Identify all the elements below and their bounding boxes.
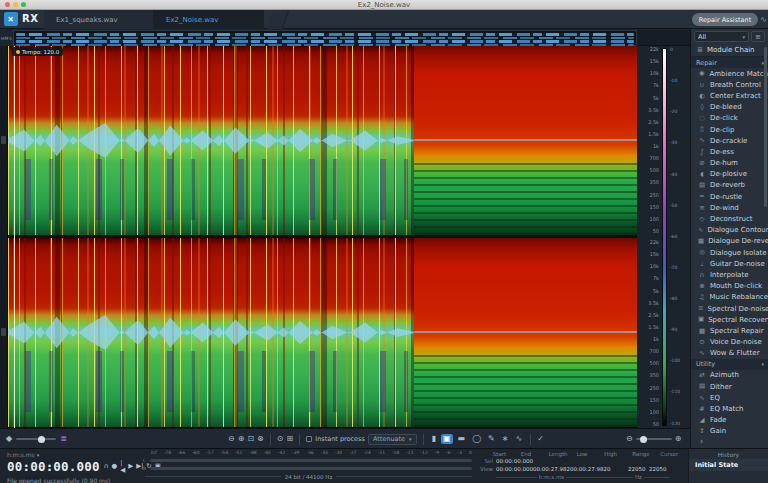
- instant-process-mode-select[interactable]: Attenuate ▾: [368, 434, 417, 445]
- view-start-field[interactable]: 00:00:00.000: [496, 466, 533, 473]
- module-item[interactable]: ⇄ Azimuth: [691, 370, 768, 381]
- time-select-tool-icon[interactable]: ▮: [430, 434, 438, 444]
- monitor-icon[interactable]: ∩: [104, 463, 109, 470]
- signal-chain-icon[interactable]: ∿: [760, 15, 767, 24]
- hzoom-in-icon[interactable]: ⊕: [675, 435, 682, 443]
- more-modules-arrow[interactable]: ›: [691, 437, 768, 447]
- repair-assistant-button[interactable]: Repair Assistant: [692, 13, 758, 26]
- section-utility[interactable]: Utility ▾: [691, 359, 768, 370]
- module-item[interactable]: ∿ De-crackle: [691, 135, 768, 146]
- zoom-out-icon[interactable]: ⊖: [228, 435, 235, 443]
- view-length-field[interactable]: 00:00:27.982: [570, 466, 607, 473]
- sel-end-field[interactable]: [533, 458, 570, 465]
- view-range-field[interactable]: 22050: [649, 466, 670, 473]
- module-item[interactable]: ∿ Wow & Flutter: [691, 348, 768, 359]
- view-end-field[interactable]: 00:00:27.982: [533, 466, 570, 473]
- freq-unit-label[interactable]: Hz: [635, 474, 642, 480]
- magnifier-tool-icon[interactable]: ⊙: [277, 435, 284, 443]
- module-item[interactable]: ▤ De-reverb: [691, 180, 768, 191]
- grab-tool-icon[interactable]: ⊞: [287, 435, 294, 443]
- channel-right-handle[interactable]: [1, 328, 6, 336]
- tab-ex1[interactable]: Ex1_squeaks.wav: [44, 10, 154, 29]
- marker-tool-icon[interactable]: ∿: [514, 434, 525, 444]
- module-item[interactable]: ≋ De-wind: [691, 202, 768, 213]
- lasso-tool-icon[interactable]: ◯: [470, 434, 483, 444]
- spectrogram-channel-left[interactable]: [8, 46, 637, 235]
- zoom-in-icon[interactable]: ⊕: [238, 435, 245, 443]
- go-to-start-icon[interactable]: |◀: [120, 460, 125, 473]
- sel-start-field[interactable]: 00:00:00.000: [496, 458, 533, 465]
- tempo-marker[interactable]: Tempo: 120.0: [12, 47, 63, 56]
- tab-overflow[interactable]: [267, 10, 289, 29]
- confirm-selection-icon[interactable]: ✓: [537, 435, 544, 443]
- section-repair[interactable]: Repair ▾: [691, 57, 768, 68]
- sidebar-scrollbar[interactable]: [764, 47, 767, 207]
- brush-tool-icon[interactable]: ✎: [486, 434, 497, 444]
- playhead-time-display[interactable]: 00:00:00.000: [7, 459, 100, 474]
- hzoom-slider-knob[interactable]: [640, 436, 647, 443]
- view-high-field[interactable]: 22050: [628, 466, 649, 473]
- tab-ex2-active[interactable]: Ex2_Noise.wav: [154, 10, 264, 29]
- meter-scale-label: -39: [292, 451, 299, 456]
- module-item[interactable]: ◐ Center Extract: [691, 90, 768, 101]
- channel-strip[interactable]: [0, 46, 8, 428]
- module-item[interactable]: ≈ De-rustle: [691, 191, 768, 202]
- record-icon[interactable]: ●: [111, 463, 117, 470]
- hzoom-out-icon[interactable]: ⊖: [626, 435, 633, 443]
- module-item[interactable]: ∫ De-ess: [691, 146, 768, 157]
- horizontal-zoom-slider[interactable]: [636, 438, 672, 440]
- sel-high-field[interactable]: [628, 458, 649, 465]
- freq-select-tool-icon[interactable]: ▬: [456, 434, 468, 444]
- module-item[interactable]: ▩ Spectral Repair: [691, 325, 768, 336]
- view-low-field[interactable]: 0: [607, 466, 628, 473]
- module-item[interactable]: ▣ Spectral Recovery: [691, 314, 768, 325]
- zoom-reset-icon[interactable]: ⊗: [257, 435, 264, 443]
- view-cursor-field[interactable]: [670, 466, 686, 473]
- blend-slider-knob[interactable]: [38, 436, 45, 443]
- module-item[interactable]: ⊘ De-hum: [691, 158, 768, 169]
- sel-length-field[interactable]: [570, 458, 607, 465]
- time-freq-select-tool-icon[interactable]: ▣: [441, 434, 453, 444]
- module-filter-select[interactable]: All ▾: [694, 31, 749, 42]
- module-item[interactable]: ◎ Dialogue Isolate: [691, 247, 768, 258]
- module-chain-item[interactable]: ≣ Module Chain: [691, 44, 768, 57]
- sel-low-field[interactable]: [607, 458, 628, 465]
- module-item[interactable]: ▦ Dialogue De-reverb: [691, 236, 768, 247]
- sel-range-field[interactable]: [649, 458, 670, 465]
- module-item[interactable]: ⊙ Voice De-noise: [691, 337, 768, 348]
- module-item[interactable]: ↕ Gain: [691, 426, 768, 437]
- spectrogram-blend-slider[interactable]: [16, 438, 56, 440]
- module-item[interactable]: ◇ Deconstruct: [691, 213, 768, 224]
- module-item[interactable]: ♩ Guitar De-noise: [691, 258, 768, 269]
- module-item[interactable]: # EQ Match: [691, 403, 768, 414]
- time-format-dropdown[interactable]: h:m:s.ms ▾: [7, 451, 137, 458]
- channel-left-handle[interactable]: [1, 136, 6, 144]
- zoom-selection-icon[interactable]: ⊡: [247, 435, 254, 443]
- module-item[interactable]: ◖ De-plosive: [691, 169, 768, 180]
- module-list-menu-button[interactable]: ≡: [751, 31, 765, 42]
- module-item[interactable]: ◊ De-bleed: [691, 102, 768, 113]
- layers-icon[interactable]: ≣: [60, 435, 67, 443]
- module-item[interactable]: ∪ Breath Control: [691, 79, 768, 90]
- wand-tool-icon[interactable]: ∗: [500, 434, 511, 444]
- overview-waveform[interactable]: [13, 30, 637, 46]
- time-unit-label[interactable]: h:m:s.ms: [539, 474, 564, 480]
- module-item[interactable]: ∿ Dialogue Contour: [691, 225, 768, 236]
- module-item[interactable]: ♫ Music Rebalance: [691, 292, 768, 303]
- module-item[interactable]: ∩ Interpolate: [691, 269, 768, 280]
- module-item[interactable]: ◢ Fade: [691, 415, 768, 426]
- play-icon[interactable]: ▶: [128, 463, 133, 470]
- playhead-cursor[interactable]: [14, 46, 15, 428]
- history-item[interactable]: Initial State: [689, 459, 768, 471]
- sel-cursor-field[interactable]: [670, 458, 686, 465]
- module-item[interactable]: ∿ EQ: [691, 392, 768, 403]
- module-item[interactable]: ◌ De-click: [691, 113, 768, 124]
- module-item[interactable]: ▤ Dither: [691, 381, 768, 392]
- module-item[interactable]: ⊗ Mouth De-click: [691, 281, 768, 292]
- spectrogram-area[interactable]: Tempo: 120.0: [8, 46, 637, 428]
- spectrogram-channel-right[interactable]: [8, 238, 637, 427]
- module-item[interactable]: ≡ Spectral De-noise: [691, 303, 768, 314]
- instant-process-checkbox[interactable]: [306, 436, 312, 442]
- module-item[interactable]: ◉ Ambience Match: [691, 68, 768, 79]
- module-item[interactable]: ▯ De-clip: [691, 124, 768, 135]
